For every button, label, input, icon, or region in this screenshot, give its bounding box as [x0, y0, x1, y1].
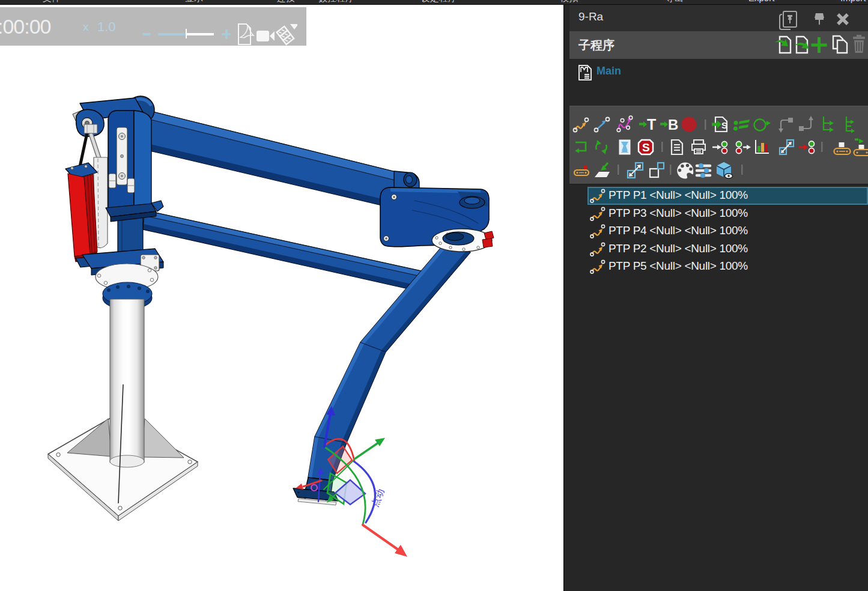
- svg-text:T: T: [647, 116, 656, 133]
- svg-text:S: S: [642, 141, 650, 154]
- svg-text:S: S: [721, 120, 727, 130]
- svg-text:点动: 点动: [369, 487, 386, 508]
- svg-text:B: B: [668, 117, 678, 133]
